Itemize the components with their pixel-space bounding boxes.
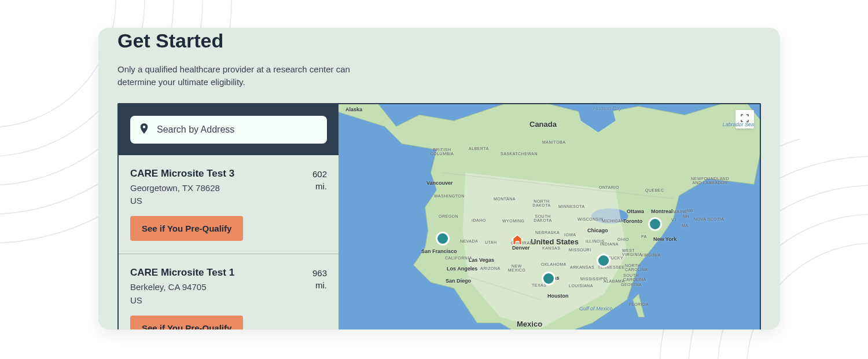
map-label-san-francisco: San Francisco — [421, 248, 457, 254]
map-label-hudson-bay: Hudson Bay — [593, 105, 621, 111]
map-label-las-vegas: Las Vegas — [469, 257, 494, 263]
result-distance-unit: mi. — [312, 279, 327, 291]
map-label-washington: WASHINGTON — [434, 194, 465, 198]
map-label-missouri: MISSOURI — [569, 248, 591, 252]
map[interactable]: Canada United States Mexico Cuba Hudson … — [339, 104, 760, 329]
map-label-manitoba: MANITOBA — [542, 140, 565, 144]
map-label-nevada: NEVADA — [460, 239, 478, 243]
result-country: US — [130, 196, 306, 206]
map-label-mexico: Mexico — [517, 320, 542, 328]
map-label-nb: NB — [687, 208, 693, 213]
map-label-united-states: United States — [531, 237, 579, 246]
map-label-nh: NH — [683, 214, 689, 218]
map-label-michigan: MICHIGAN — [602, 219, 624, 223]
search-input[interactable] — [157, 124, 318, 135]
map-label-labrador-sea: Labrador Sea — [722, 122, 754, 127]
map-label-ma: MA — [682, 224, 689, 228]
map-label-los-angeles: Los Angeles — [447, 266, 477, 272]
map-label-ottawa: Ottawa — [627, 208, 644, 214]
map-label-ohio: OHIO — [617, 237, 629, 241]
result-title: CARE Microsite Test 3 — [130, 168, 306, 179]
map-label-houston: Houston — [547, 293, 569, 299]
result-distance-value: 602 — [312, 168, 327, 180]
header: Get Started Only a qualified healthcare … — [98, 29, 780, 103]
home-marker-icon[interactable] — [511, 234, 524, 247]
map-label-florida: FLORIDA — [629, 302, 649, 306]
map-label-canada: Canada — [529, 120, 557, 129]
map-label-bc: BRITISH COLUMBIA — [429, 148, 455, 156]
page-title: Get Started — [117, 29, 761, 53]
location-marker-icon[interactable] — [648, 217, 662, 231]
result-title: CARE Microsite Test 1 — [130, 267, 306, 279]
map-label-oregon: OREGON — [439, 214, 458, 218]
map-label-arizona: ARIZONA — [480, 266, 501, 270]
map-label-alberta: ALBERTA — [469, 146, 489, 151]
results-list[interactable]: CARE Microsite Test 3 Georgetown, TX 786… — [119, 155, 339, 329]
map-label-vt: VT — [671, 218, 677, 222]
map-label-quebec: QUEBEC — [645, 188, 664, 192]
map-label-nm: NEW MEXICO — [506, 264, 527, 272]
result-item[interactable]: CARE Microsite Test 1 Berkeley, CA 94705… — [119, 254, 339, 329]
map-label-sc: SOUTH CAROLINA — [623, 273, 649, 281]
results-sidebar: CARE Microsite Test 3 Georgetown, TX 786… — [119, 104, 339, 329]
map-label-montana: MONTANA — [494, 197, 516, 201]
map-label-iowa: IOWA — [564, 233, 576, 237]
map-label-pa: PA — [641, 235, 647, 239]
content-panel: CARE Microsite Test 3 Georgetown, TX 786… — [117, 103, 761, 329]
map-label-utah: UTAH — [485, 240, 497, 244]
map-label-nova-scotia: NOVA SCOTIA — [694, 217, 724, 221]
location-marker-icon[interactable] — [597, 254, 610, 268]
map-label-toronto: Toronto — [623, 218, 642, 224]
map-label-nl: NEWFOUNDLAND AND LABRADOR — [689, 177, 731, 185]
page-subtext: Only a qualified healthcare provider at … — [117, 63, 361, 89]
map-label-indiana: INDIANA — [600, 242, 619, 246]
map-label-gulf: Gulf of Mexico — [579, 306, 613, 312]
search-input-wrap[interactable] — [130, 116, 327, 144]
map-label-alaska: Alaska — [345, 107, 362, 112]
result-distance-value: 963 — [312, 267, 327, 279]
map-label-chicago: Chicago — [587, 228, 608, 233]
map-label-georgia: GEORGIA — [621, 283, 642, 287]
map-label-sd: SOUTH DAKOTA — [534, 214, 552, 222]
map-label-idaho: IDAHO — [472, 218, 486, 222]
map-label-nd: NORTH DAKOTA — [532, 199, 551, 207]
map-label-montreal: Montreal — [651, 208, 673, 214]
main-card: Get Started Only a qualified healthcare … — [98, 28, 780, 329]
result-country: US — [130, 295, 306, 305]
map-label-louisiana: LOUISIANA — [569, 284, 593, 288]
location-pin-icon — [139, 123, 149, 136]
map-label-arkansas: ARKANSAS — [570, 265, 594, 269]
prequalify-button[interactable]: See if You Pre-Qualify — [130, 216, 243, 241]
map-label-wyoming: WYOMING — [502, 219, 525, 223]
map-label-maine: MAINE — [673, 210, 687, 214]
location-marker-icon[interactable] — [542, 272, 556, 285]
map-label-kansas: KANSAS — [542, 246, 560, 250]
map-label-new-york: New York — [653, 236, 676, 242]
map-label-ontario: ONTARIO — [599, 185, 619, 189]
map-label-minnesota: MINNESOTA — [558, 204, 585, 208]
search-bar — [119, 104, 339, 155]
location-marker-icon[interactable] — [436, 232, 450, 246]
result-distance-unit: mi. — [312, 180, 327, 192]
map-label-nc: NORTH CAROLINA — [625, 263, 650, 272]
map-label-san-diego: San Diego — [446, 278, 471, 284]
result-address: Berkeley, CA 94705 — [130, 281, 306, 294]
prequalify-button[interactable]: See if You Pre-Qualify — [130, 316, 243, 329]
map-label-saskatchewan: SASKATCHEWAN — [501, 152, 538, 156]
result-item[interactable]: CARE Microsite Test 3 Georgetown, TX 786… — [119, 155, 339, 255]
result-address: Georgetown, TX 78628 — [130, 182, 306, 195]
map-label-nebraska: NEBRASKA — [535, 230, 560, 235]
map-label-california: CALIFORNIA — [445, 256, 472, 260]
map-label-vancouver: Vancouver — [426, 180, 453, 186]
map-label-santo-domingo: Santo Domingo — [629, 329, 668, 329]
map-label-wisconsin: WISCONSIN — [578, 217, 604, 221]
map-label-virginia: VIRGINIA — [641, 253, 661, 257]
map-label-oklahoma: OKLAHOMA — [541, 262, 567, 266]
